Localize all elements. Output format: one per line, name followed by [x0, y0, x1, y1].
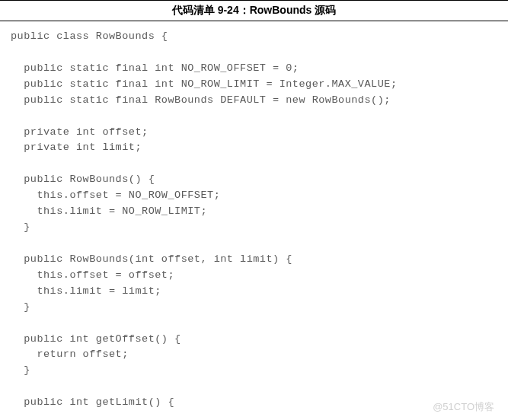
code-line: public RowBounds() {: [11, 173, 155, 185]
code-block: public class RowBounds { public static f…: [0, 21, 508, 418]
watermark: @51CTO博客: [433, 400, 494, 414]
code-line: public int getOffset() {: [11, 333, 181, 345]
code-line: private int offset;: [11, 126, 149, 138]
code-line: public static final int NO_ROW_LIMIT = I…: [11, 78, 397, 90]
code-line: this.limit = limit;: [11, 285, 161, 297]
code-line: this.offset = NO_ROW_OFFSET;: [11, 189, 220, 201]
code-line: public static final RowBounds DEFAULT = …: [11, 94, 391, 106]
code-line: private int limit;: [11, 142, 142, 153]
listing-title: 代码清单 9-24：RowBounds 源码: [0, 0, 508, 21]
code-line: }: [11, 221, 30, 233]
code-line: public static final int NO_ROW_OFFSET = …: [11, 62, 299, 74]
code-line: public RowBounds(int offset, int limit) …: [11, 253, 292, 265]
code-line: }: [11, 364, 30, 376]
code-line: this.limit = NO_ROW_LIMIT;: [11, 205, 207, 217]
code-line: return offset;: [11, 348, 129, 360]
code-line: public int getLimit() {: [11, 396, 174, 408]
code-line: this.offset = offset;: [11, 269, 174, 281]
code-line: public class RowBounds {: [11, 30, 168, 42]
code-line: }: [11, 301, 30, 313]
